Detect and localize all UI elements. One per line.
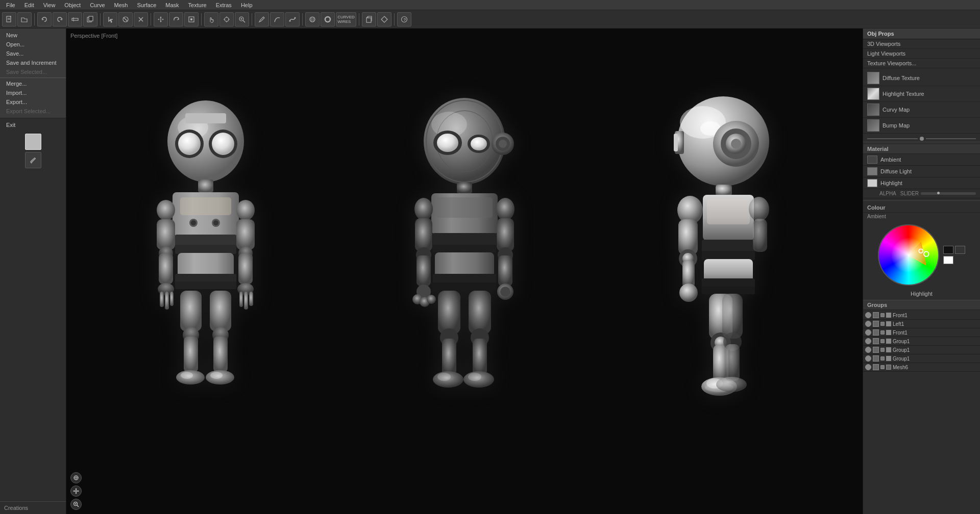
pen-button[interactable] bbox=[255, 12, 269, 27]
scale-button[interactable] bbox=[184, 12, 199, 27]
svg-point-28 bbox=[310, 17, 315, 22]
texture-viewports-button[interactable]: Texture Viewports... bbox=[863, 59, 980, 68]
vis-icon-5 bbox=[880, 348, 885, 352]
light-viewports-button[interactable]: Light Viewports bbox=[863, 49, 980, 59]
obj-props-header: Obj Props bbox=[863, 29, 980, 39]
select-button[interactable] bbox=[103, 12, 117, 27]
menu-help[interactable]: Help bbox=[237, 1, 257, 9]
highlight-text-label: Highlight bbox=[863, 290, 980, 298]
deselect-button[interactable] bbox=[118, 12, 133, 27]
file-import[interactable]: Import... bbox=[0, 88, 66, 97]
group-item-front1[interactable]: Front1 bbox=[863, 311, 980, 320]
bump-map-row[interactable]: Bump Map bbox=[863, 118, 980, 134]
left-tool-brush[interactable] bbox=[25, 152, 41, 168]
material-header: Material bbox=[863, 144, 980, 154]
ambient-row[interactable]: Ambient bbox=[863, 154, 980, 166]
group-item-mesh6[interactable]: Mesh6 bbox=[863, 363, 980, 372]
move-button[interactable] bbox=[154, 12, 168, 27]
svg-marker-12 bbox=[160, 21, 162, 22]
group-item-left1[interactable]: Left1 bbox=[863, 320, 980, 328]
diffuse-light-row[interactable]: Diffuse Light bbox=[863, 166, 980, 177]
pan-view-button[interactable] bbox=[70, 485, 82, 497]
menu-surface[interactable]: Surface bbox=[133, 1, 160, 9]
ambient-label: Ambient bbox=[880, 157, 901, 163]
sphere-button[interactable] bbox=[305, 12, 320, 27]
robot-2-container bbox=[335, 93, 594, 450]
copy-button[interactable] bbox=[83, 12, 97, 27]
zoom-button[interactable] bbox=[235, 12, 249, 27]
zoom-view-button[interactable] bbox=[70, 499, 82, 510]
diffuse-texture-row[interactable]: Diffuse Texture bbox=[863, 70, 980, 86]
rotate-view-button[interactable] bbox=[70, 472, 82, 483]
torus-button[interactable] bbox=[321, 12, 335, 27]
curvy-map-row[interactable]: Curvy Map bbox=[863, 102, 980, 118]
viewport[interactable]: Perspective [Front] bbox=[66, 29, 863, 514]
file-merge[interactable]: Merge... bbox=[0, 79, 66, 88]
svg-marker-13 bbox=[158, 18, 159, 20]
svg-point-88 bbox=[471, 137, 487, 150]
menu-extras[interactable]: Extras bbox=[212, 1, 236, 9]
color-icon-2 bbox=[886, 321, 891, 326]
3d-viewports-button[interactable]: 3D Viewports bbox=[863, 39, 980, 49]
textures-section: Diffuse Texture Highlight Texture Curvy … bbox=[863, 68, 980, 136]
svg-rect-141 bbox=[707, 199, 750, 224]
file-export[interactable]: Export... bbox=[0, 97, 66, 107]
redo-button[interactable] bbox=[53, 12, 67, 27]
file-save[interactable]: Save... bbox=[0, 49, 66, 58]
white-swatch[interactable] bbox=[943, 256, 953, 264]
dark-swatch[interactable] bbox=[955, 246, 965, 254]
file-open[interactable]: Open... bbox=[0, 40, 66, 49]
exit-button[interactable]: Exit bbox=[0, 120, 66, 130]
black-swatch[interactable] bbox=[943, 246, 953, 254]
svg-rect-6 bbox=[89, 16, 93, 21]
diffuse-light-swatch bbox=[867, 167, 877, 175]
menu-texture[interactable]: Texture bbox=[184, 1, 211, 9]
left-sidebar: New Open... Save... Save and Increment S… bbox=[0, 29, 66, 514]
file-save-increment[interactable]: Save and Increment bbox=[0, 58, 66, 67]
file-new[interactable]: New bbox=[0, 31, 66, 40]
robot-3-container bbox=[594, 93, 852, 450]
color-wheel[interactable] bbox=[878, 224, 939, 286]
group-item-front1b[interactable]: Front1 bbox=[863, 328, 980, 337]
svg-rect-78 bbox=[213, 337, 228, 372]
curve-button[interactable] bbox=[270, 12, 284, 27]
mat-alpha-slider[interactable] bbox=[921, 192, 976, 195]
crosshair-button[interactable] bbox=[219, 12, 234, 27]
lock-icon-6 bbox=[873, 355, 879, 362]
highlight-row[interactable]: Highlight bbox=[863, 177, 980, 189]
menu-object[interactable]: Object bbox=[60, 1, 85, 9]
group-item-group1a[interactable]: Group1 bbox=[863, 337, 980, 346]
svg-marker-167 bbox=[73, 491, 75, 492]
menu-file[interactable]: File bbox=[2, 1, 19, 9]
rotate-button[interactable] bbox=[169, 12, 183, 27]
undo-button[interactable] bbox=[37, 12, 52, 27]
svg-rect-68 bbox=[239, 292, 243, 307]
cube-button[interactable] bbox=[362, 12, 376, 27]
group-item-group1c[interactable]: Group1 bbox=[863, 354, 980, 363]
menu-edit[interactable]: Edit bbox=[20, 1, 38, 9]
open-button[interactable] bbox=[17, 12, 32, 27]
group-item-group1b[interactable]: Group1 bbox=[863, 346, 980, 354]
hand-button[interactable] bbox=[204, 12, 218, 27]
menu-bar: File Edit View Object Curve Mesh Surface… bbox=[0, 0, 980, 10]
highlight-texture-row[interactable]: Highlight Texture bbox=[863, 86, 980, 102]
groups-section: Groups Front1 Left1 bbox=[863, 300, 980, 373]
group-label-group1b: Group1 bbox=[893, 347, 978, 353]
path-button[interactable] bbox=[285, 12, 300, 27]
svg-point-147 bbox=[749, 197, 769, 221]
wires-button[interactable]: CURVEDWIRES bbox=[336, 12, 356, 27]
groups-list: Front1 Left1 Front1 bbox=[863, 310, 980, 373]
help-button[interactable]: ? bbox=[397, 12, 411, 27]
diamond-button[interactable] bbox=[377, 12, 391, 27]
menu-mesh[interactable]: Mesh bbox=[110, 1, 132, 9]
menu-curve[interactable]: Curve bbox=[86, 1, 109, 9]
cut-button[interactable] bbox=[68, 12, 82, 27]
new-button[interactable] bbox=[2, 12, 16, 27]
delete-button[interactable] bbox=[134, 12, 148, 27]
svg-point-42 bbox=[212, 133, 234, 155]
left-tool-white[interactable] bbox=[25, 134, 41, 150]
menu-view[interactable]: View bbox=[39, 1, 60, 9]
menu-mask[interactable]: Mask bbox=[161, 1, 183, 9]
slider-dot[interactable] bbox=[920, 137, 924, 141]
svg-point-49 bbox=[213, 220, 218, 225]
